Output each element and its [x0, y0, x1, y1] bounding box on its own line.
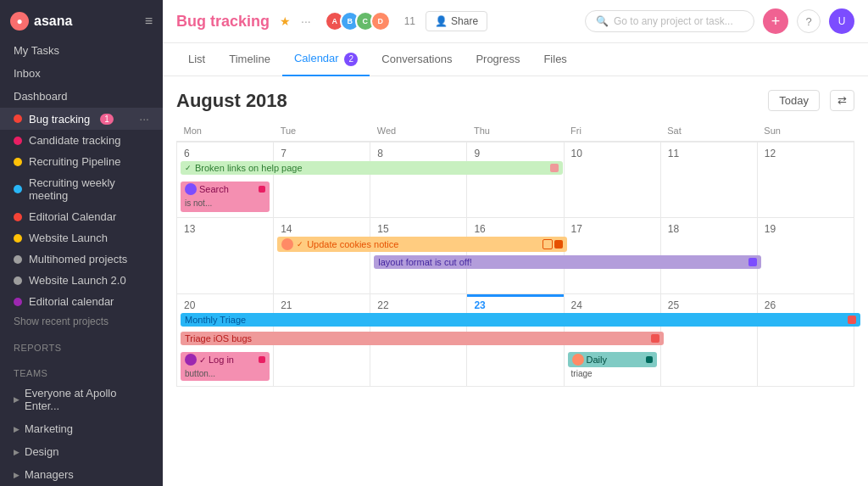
event-tag — [550, 164, 559, 172]
project-item-bug-tracking[interactable]: Bug tracking 1 ··· — [0, 108, 163, 130]
day-number: 20 — [181, 298, 270, 313]
chevron-icon: ▶ — [14, 448, 19, 456]
calendar-event-broken-links[interactable]: ✓ Broken links on help page — [181, 161, 563, 175]
event-sublabel: button... — [185, 369, 215, 378]
event-label: Daily — [587, 355, 607, 365]
team-item-everyone[interactable]: ▶ Everyone at Apollo Enter... — [0, 382, 163, 417]
day-cell-13[interactable]: 13 — [177, 218, 274, 294]
user-avatar[interactable]: U — [829, 8, 854, 34]
day-cell-20[interactable]: 20 Monthly Triage Triage iOS bugs — [177, 294, 274, 387]
day-header-sat: Sat — [660, 122, 757, 142]
calendar-event-daily-triage[interactable]: Daily — [568, 352, 657, 367]
logo-icon: ● — [10, 12, 29, 31]
day-number-today: 23 — [470, 298, 559, 313]
day-number: 11 — [665, 146, 754, 161]
dot-icon — [14, 158, 22, 166]
week-row-2: 13 14 ✓ Update cookies notice — [177, 218, 854, 294]
day-cell-11[interactable]: 11 — [660, 142, 757, 218]
today-button[interactable]: Today — [768, 90, 820, 111]
team-item-design[interactable]: ▶ Design — [0, 440, 163, 463]
project-item-multihomed[interactable]: Multihomed projects — [0, 249, 163, 270]
project-item-editorial-calendar[interactable]: Editorial Calendar — [0, 206, 163, 227]
project-item-editorial-calendar-2[interactable]: Editorial calendar — [0, 291, 163, 312]
event-tag — [646, 356, 653, 363]
reports-section-label: Reports — [0, 331, 163, 356]
day-number: 17 — [568, 221, 657, 237]
team-item-marketing[interactable]: ▶ Marketing — [0, 417, 163, 440]
day-cell-12[interactable]: 12 — [757, 142, 854, 218]
team-item-managers[interactable]: ▶ Managers — [0, 463, 163, 486]
project-item-recruiting-pipeline[interactable]: Recruiting Pipeline — [0, 151, 163, 172]
tab-conversations[interactable]: Conversations — [370, 44, 464, 75]
search-icon: 🔍 — [596, 15, 609, 27]
day-cell-15[interactable]: 15 layout format is cut off! — [370, 218, 467, 294]
day-cell-19[interactable]: 19 — [757, 218, 854, 294]
tab-progress[interactable]: Progress — [464, 44, 531, 75]
team-label: Marketing — [25, 422, 73, 435]
check-icon: ✓ — [185, 164, 192, 172]
event-inner: Search — [185, 183, 265, 195]
event-label: Broken links on help page — [195, 163, 303, 173]
day-header-mon: Mon — [177, 122, 274, 142]
event-tag — [848, 316, 856, 324]
day-cell-14[interactable]: 14 ✓ Update cookies notice — [274, 218, 370, 294]
project-label: Recruiting Pipeline — [29, 155, 120, 168]
topbar: Bug tracking ★ ··· A B C D 11 👤 Share 🔍 … — [163, 0, 868, 43]
tab-files[interactable]: Files — [531, 44, 578, 75]
star-icon[interactable]: ★ — [280, 14, 291, 28]
tab-calendar[interactable]: Calendar 2 — [282, 43, 370, 76]
calendar-nav-arrows[interactable]: ⇄ — [830, 90, 854, 111]
avatar: D — [370, 11, 391, 31]
share-button[interactable]: 👤 Share — [426, 11, 487, 31]
dot-icon — [14, 115, 22, 123]
more-icon[interactable]: ··· — [139, 112, 149, 126]
day-cell-9[interactable]: 9 — [467, 142, 564, 218]
help-button[interactable]: ? — [797, 9, 821, 33]
day-number: 10 — [568, 146, 657, 161]
project-item-website-launch-2[interactable]: Website Launch 2.0 — [0, 270, 163, 291]
day-number: 7 — [277, 146, 366, 161]
calendar-event-login[interactable]: ✓ Log in button... — [181, 352, 270, 381]
search-bar[interactable]: 🔍 Go to any project or task... — [585, 10, 754, 32]
tab-timeline[interactable]: Timeline — [217, 44, 282, 75]
sidebar-item-dashboard[interactable]: Dashboard — [0, 85, 163, 108]
hamburger-icon[interactable]: ≡ — [145, 14, 153, 29]
event-avatar — [185, 354, 197, 366]
tab-list[interactable]: List — [176, 44, 217, 75]
day-cell-23[interactable]: 23 — [467, 294, 564, 387]
project-title: Bug tracking — [176, 13, 270, 31]
day-cell-26[interactable]: 26 — [757, 294, 854, 387]
chevron-icon: ▶ — [14, 395, 19, 404]
calendar-event-layout[interactable]: layout format is cut off! — [374, 255, 761, 269]
event-avatar — [281, 238, 293, 250]
chevron-icon: ▶ — [14, 471, 19, 479]
topbar-right: 🔍 Go to any project or task... + ? U — [585, 8, 854, 34]
dot-icon — [14, 213, 22, 221]
project-item-website-launch[interactable]: Website Launch — [0, 227, 163, 249]
sidebar-item-inbox[interactable]: Inbox — [0, 62, 163, 85]
day-cell-6[interactable]: 6 ✓ Broken links on help page Search — [177, 142, 274, 218]
day-number: 26 — [761, 298, 850, 313]
day-cell-7[interactable]: 7 — [274, 142, 370, 218]
project-item-candidate-tracking[interactable]: Candidate tracking — [0, 130, 163, 151]
project-item-recruiting-weekly[interactable]: Recruiting weekly meeting — [0, 172, 163, 206]
avatars-group: A B C D — [325, 11, 391, 31]
project-label: Website Launch 2.0 — [29, 274, 126, 287]
day-header-sun: Sun — [757, 122, 854, 142]
day-cell-24[interactable]: 24 Daily triage — [564, 294, 660, 387]
day-header-fri: Fri — [564, 122, 660, 142]
calendar-event-search[interactable]: Search is not... — [181, 182, 270, 212]
day-cell-25[interactable]: 25 — [660, 294, 757, 387]
day-header-wed: Wed — [370, 122, 467, 142]
checkbox-icon — [542, 239, 553, 249]
day-header-thu: Thu — [467, 122, 564, 142]
more-dots-icon[interactable]: ··· — [301, 14, 311, 28]
add-button[interactable]: + — [763, 8, 788, 34]
day-number: 13 — [181, 221, 270, 237]
day-number: 21 — [277, 298, 366, 313]
day-cell-8[interactable]: 8 — [370, 142, 467, 218]
sidebar-item-my-tasks[interactable]: My Tasks — [0, 39, 163, 62]
show-recent-projects[interactable]: Show recent projects — [0, 312, 163, 331]
day-cell-10[interactable]: 10 — [564, 142, 660, 218]
week-row-3: 20 Monthly Triage Triage iOS bugs — [177, 294, 854, 387]
